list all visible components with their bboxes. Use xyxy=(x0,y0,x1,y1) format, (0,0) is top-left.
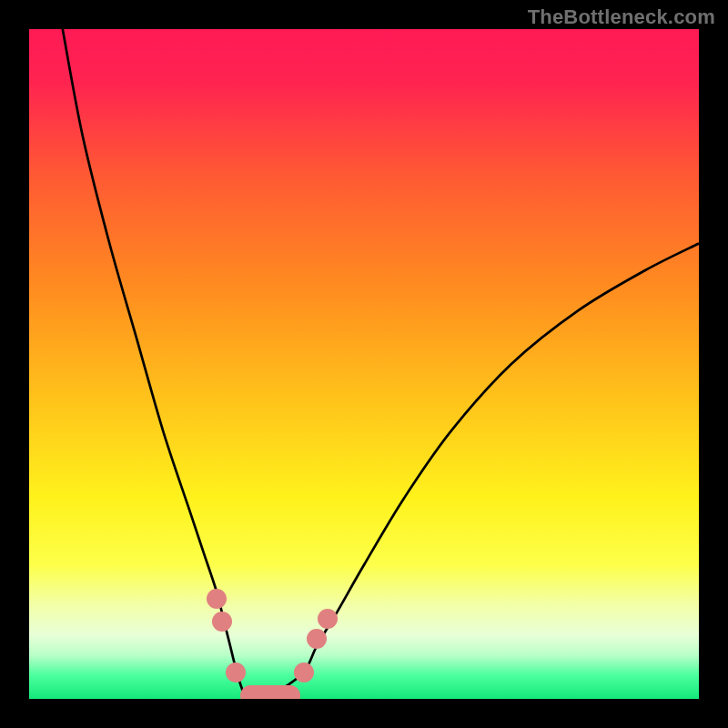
bottom-bar xyxy=(240,685,300,699)
plot-area xyxy=(29,29,699,699)
left-dot-3 xyxy=(226,662,246,682)
watermark-text: TheBottleneck.com xyxy=(528,5,715,29)
curve-layer xyxy=(29,29,699,699)
right-dot-3 xyxy=(318,609,338,629)
bottleneck-curve xyxy=(63,29,699,699)
left-dot-1 xyxy=(207,589,227,609)
right-dot-1 xyxy=(294,662,314,682)
chart-frame: TheBottleneck.com xyxy=(0,0,728,728)
